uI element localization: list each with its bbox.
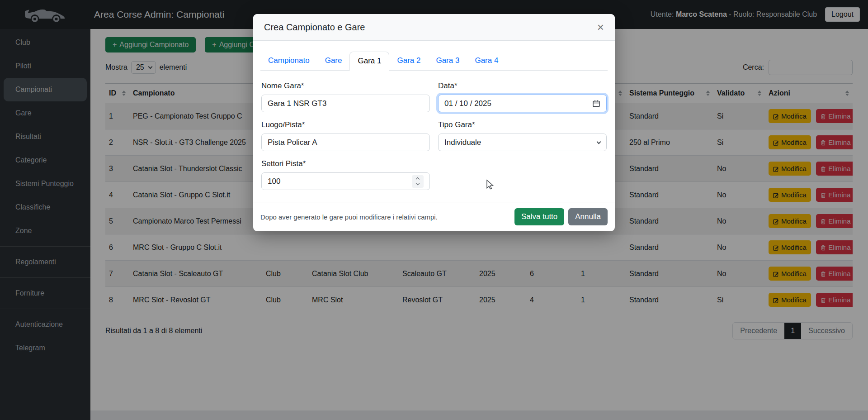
number-spinner-icon[interactable]: [412, 175, 424, 188]
crea-campionato-modal: Crea Campionato e Gare × Campionato Gare…: [253, 14, 615, 231]
modal-tabs: Campionato Gare Gara 1 Gara 2 Gara 3 Gar…: [260, 52, 608, 71]
tipo-gara-label: Tipo Gara*: [438, 120, 607, 129]
tipo-gara-select[interactable]: Individuale: [438, 134, 607, 151]
data-input[interactable]: 01 / 10 / 2025: [438, 95, 607, 112]
salva-tutto-button[interactable]: Salva tutto: [514, 208, 564, 225]
calendar-icon: [592, 100, 600, 108]
luogo-pista-label: Luogo/Pista*: [261, 120, 430, 129]
settori-pista-label: Settori Pista*: [261, 159, 430, 168]
tab-gara-1[interactable]: Gara 1: [349, 52, 389, 71]
close-icon[interactable]: ×: [597, 21, 604, 33]
data-label: Data*: [438, 81, 607, 91]
luogo-pista-input[interactable]: [261, 134, 430, 151]
gara-form: Nome Gara* Data* 01 / 10 / 2025 Luogo/Pi…: [260, 81, 608, 198]
tab-gare[interactable]: Gare: [317, 52, 350, 71]
chevron-down-icon: [597, 139, 601, 144]
modal-footer: Dopo aver generato le gare puoi modifica…: [253, 202, 615, 231]
settori-pista-stepper[interactable]: 100: [261, 172, 430, 190]
annulla-button[interactable]: Annulla: [568, 208, 608, 225]
footer-note: Dopo aver generato le gare puoi modifica…: [260, 213, 438, 221]
nome-gara-input[interactable]: [261, 95, 430, 112]
tab-gara-4[interactable]: Gara 4: [467, 52, 506, 71]
tab-gara-2[interactable]: Gara 2: [389, 52, 428, 71]
nome-gara-label: Nome Gara*: [261, 81, 430, 91]
modal-header: Crea Campionato e Gare ×: [253, 14, 615, 41]
modal-title: Crea Campionato e Gare: [264, 22, 365, 33]
modal-body: Campionato Gare Gara 1 Gara 2 Gara 3 Gar…: [253, 41, 615, 202]
tab-gara-3[interactable]: Gara 3: [428, 52, 467, 71]
tab-campionato[interactable]: Campionato: [260, 52, 317, 71]
